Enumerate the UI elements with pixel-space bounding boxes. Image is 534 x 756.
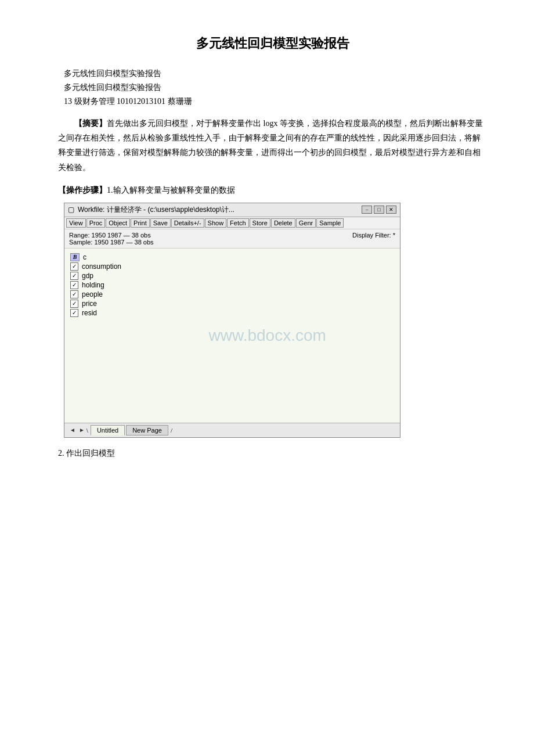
toolbar-save[interactable]: Save: [150, 218, 171, 228]
toolbar-print[interactable]: Print: [131, 218, 150, 228]
abstract-block: 【摘要】首先做出多元回归模型，对于解释变量作出 logx 等变换，选择拟合程度最…: [58, 116, 488, 175]
checkbox-resid[interactable]: ✓: [70, 309, 78, 317]
tab-nav-left[interactable]: ◄: [68, 426, 77, 434]
steps-label: 【操作步骤】1.输入解释变量与被解释变量的数据: [58, 185, 488, 196]
toolbar-details[interactable]: Details+/-: [171, 218, 204, 228]
toolbar-genr[interactable]: Genr: [296, 218, 316, 228]
toolbar-proc[interactable]: Proc: [86, 218, 106, 228]
var-name-consumption: consumption: [82, 262, 121, 271]
abstract-label: 【摘要】: [74, 119, 107, 128]
workfile-window: ▢ Workfile: 计量经济学 - (c:\users\apple\desk…: [64, 203, 400, 438]
close-button[interactable]: ✕: [386, 206, 396, 214]
checkbox-gdp[interactable]: ✓: [70, 272, 78, 280]
step2-label: 2. 作出回归模型: [58, 448, 488, 459]
checkbox-consumption[interactable]: ✓: [70, 262, 78, 271]
var-item-people: ✓ people: [70, 290, 394, 298]
page-title: 多元线性回归模型实验报告: [58, 35, 488, 52]
var-item-gdp: ✓ gdp: [70, 272, 394, 280]
window-title: Workfile: 计量经济学 - (c:\users\apple\deskto…: [78, 205, 234, 215]
var-name-c: c: [83, 253, 86, 261]
toolbar-view[interactable]: View: [66, 218, 86, 228]
tab-slash: /: [171, 427, 172, 434]
abstract-text: 首先做出多元回归模型，对于解释变量作出 logx 等变换，选择拟合程度最高的模型…: [58, 119, 483, 172]
var-name-gdp: gdp: [82, 272, 93, 280]
toolbar-store[interactable]: Store: [250, 218, 270, 228]
var-item-holding: ✓ holding: [70, 281, 394, 289]
minimize-button[interactable]: −: [362, 206, 372, 214]
toolbar-object[interactable]: Object: [106, 218, 130, 228]
var-name-holding: holding: [82, 281, 104, 289]
var-item-consumption: ✓ consumption: [70, 262, 394, 271]
restore-button[interactable]: □: [374, 206, 384, 214]
tab-nav-right[interactable]: ►: [77, 426, 86, 434]
toolbar-sample[interactable]: Sample: [316, 218, 344, 228]
window-content: B c ✓ consumption ✓ gdp ✓ holding ✓ peop…: [64, 249, 400, 423]
author-line: 13 级财务管理 101012013101 蔡珊珊: [64, 96, 488, 107]
window-titlebar: ▢ Workfile: 计量经济学 - (c:\users\apple\desk…: [64, 203, 400, 217]
subtitle-line-2: 多元线性回归模型实验报告: [64, 82, 488, 93]
checkbox-people[interactable]: ✓: [70, 290, 78, 298]
checkbox-price[interactable]: ✓: [70, 300, 78, 308]
window-icon: ▢: [68, 206, 74, 214]
sample-text: Sample: 1950 1987 — 38 obs: [69, 239, 154, 246]
window-controls[interactable]: − □ ✕: [362, 206, 396, 214]
window-toolbar: View Proc Object Print Save Details+/- S…: [64, 217, 400, 229]
watermark: www.bdocx.com: [209, 326, 326, 345]
var-name-price: price: [82, 300, 97, 308]
var-item-price: ✓ price: [70, 300, 394, 308]
range-sample-block: Range: 1950 1987 — 38 obs Sample: 1950 1…: [69, 232, 154, 246]
tab-untitled[interactable]: Untitled: [91, 425, 125, 435]
step1-text: 1.输入解释变量与被解释变量的数据: [107, 186, 235, 195]
b-icon: B: [70, 253, 80, 261]
subtitle-line-1: 多元线性回归模型实验报告: [64, 69, 488, 79]
toolbar-fetch[interactable]: Fetch: [227, 218, 249, 228]
range-text: Range: 1950 1987 — 38 obs: [69, 232, 154, 239]
checkbox-holding[interactable]: ✓: [70, 281, 78, 289]
var-name-people: people: [82, 290, 103, 298]
var-item-c: B c: [70, 253, 394, 261]
display-filter: Display Filter: *: [352, 232, 395, 246]
tab-new-page[interactable]: New Page: [126, 425, 168, 435]
toolbar-delete[interactable]: Delete: [271, 218, 295, 228]
window-tabs: ◄ ► \ Untitled New Page /: [64, 423, 400, 437]
var-name-resid: resid: [82, 309, 97, 317]
range-info: Range: 1950 1987 — 38 obs Sample: 1950 1…: [64, 229, 400, 249]
var-item-resid: ✓ resid: [70, 309, 394, 317]
toolbar-show[interactable]: Show: [205, 218, 227, 228]
tab-backslash: \: [86, 427, 88, 434]
